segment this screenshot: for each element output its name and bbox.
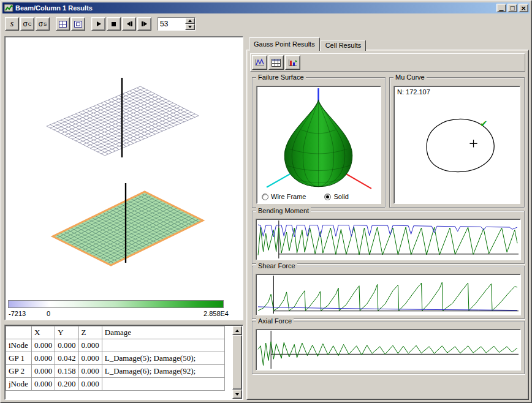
failure-surface-view[interactable]: Wire Frame Solid	[256, 86, 381, 204]
up-arrow-icon	[188, 20, 192, 22]
group-title: Mu Curve	[393, 73, 427, 81]
table-cell: jNode	[6, 378, 32, 391]
group-title: Shear Force	[256, 262, 297, 270]
grid-icon	[59, 21, 67, 28]
table-cell	[102, 339, 224, 352]
axial-force-group: Axial Force	[252, 321, 525, 374]
group-title: Axial Force	[256, 317, 294, 325]
main-toolbar: s σC σS	[5, 17, 196, 31]
group-title: Failure Surface	[256, 73, 306, 81]
table-cell: GP 2	[6, 365, 32, 378]
stop-button[interactable]	[107, 17, 121, 31]
bending-moment-chart	[256, 219, 521, 260]
table-cell: 0.000	[78, 352, 102, 365]
step-forward-button[interactable]	[137, 17, 151, 31]
mu-curve-plot	[394, 86, 520, 203]
app-window: Beam/Column 1 Results ▁ □ × s σC σS	[0, 0, 532, 403]
bar-chart-view-button[interactable]	[285, 55, 300, 70]
table-cell: 0.000	[32, 339, 55, 352]
grid-view-button[interactable]	[56, 17, 70, 31]
colorbar-zero-label: 0	[47, 310, 50, 317]
step-back-button[interactable]	[122, 17, 136, 31]
radio-icon	[262, 194, 268, 200]
wireframe-radio[interactable]: Wire Frame	[262, 193, 306, 200]
mu-curve-view: N: 172.107 ✔	[393, 86, 520, 204]
sigma-s-button[interactable]: σS	[36, 17, 50, 31]
sigma-s-sub: S	[44, 21, 47, 27]
gauss-point-results-pane: Failure Surface	[246, 50, 529, 400]
play-icon	[94, 20, 102, 28]
table-cell: 0.000	[32, 365, 55, 378]
scroll-down-button[interactable]	[232, 390, 242, 399]
titlebar[interactable]: Beam/Column 1 Results ▁ □ ×	[2, 2, 530, 13]
model-3d-view[interactable]	[6, 37, 243, 295]
spin-down-button[interactable]	[185, 24, 195, 30]
column-header: X	[32, 326, 55, 339]
step-input[interactable]	[158, 18, 185, 30]
column-header: Y	[55, 326, 78, 339]
fit-view-button[interactable]	[71, 17, 85, 31]
stop-icon	[110, 20, 118, 28]
table-view-button[interactable]	[268, 55, 284, 70]
group-title: Bending Moment	[256, 207, 311, 215]
colorbar-max-label: 2.858E4	[203, 310, 229, 317]
solid-label: Solid	[333, 193, 348, 200]
check-icon: ✔	[480, 118, 488, 129]
column-header: Z	[78, 326, 102, 339]
model-view-panel: -7213 0 2.858E4	[4, 36, 243, 320]
plus-marker	[469, 140, 477, 147]
table-cell: 0.158	[55, 365, 78, 378]
sigma-s-icon: σ	[39, 20, 43, 28]
bending-moment-group: Bending Moment	[252, 211, 525, 264]
tab-gauss-point-results[interactable]: Gauss Point Results	[249, 37, 320, 51]
table-cell	[102, 378, 224, 391]
results-table[interactable]: XYZDamageiNode0.0000.0000.000GP 10.0000.…	[6, 326, 225, 391]
table-cell: 0.000	[55, 339, 78, 352]
wireframe-label: Wire Frame	[271, 193, 306, 200]
column-header: Damage	[102, 326, 224, 339]
table-icon	[272, 59, 281, 67]
gauss-point-table-panel: XYZDamageiNode0.0000.0000.000GP 10.0000.…	[4, 325, 243, 400]
solid-radio[interactable]: Solid	[324, 193, 348, 200]
table-row: iNode0.0000.0000.000	[6, 339, 225, 352]
step-forward-icon	[140, 20, 149, 28]
table-row: GP 20.0000.1580.000L_Damage(6); Damage(9…	[6, 365, 225, 378]
table-cell: 0.000	[78, 339, 102, 352]
table-cell: 0.042	[55, 352, 78, 365]
bar-chart-icon	[288, 59, 297, 67]
results-toolbar	[250, 53, 525, 72]
radio-selected-icon	[324, 194, 331, 200]
table-cell: 0.000	[32, 352, 55, 365]
shear-force-chart	[256, 274, 521, 315]
step-back-icon	[125, 20, 134, 28]
sigma-c-icon: σ	[23, 20, 27, 28]
app-icon	[4, 4, 13, 12]
damage-colorbar	[8, 300, 224, 308]
up-arrow-icon	[235, 330, 239, 332]
spin-up-button[interactable]	[185, 18, 195, 24]
strain-button[interactable]: s	[5, 17, 19, 31]
step-spinbox	[158, 17, 196, 31]
table-header-row: XYZDamage	[6, 326, 225, 339]
play-button[interactable]	[91, 17, 105, 31]
close-button[interactable]: ×	[519, 4, 528, 12]
curve-view-button[interactable]	[252, 55, 267, 70]
curve-icon	[255, 58, 265, 67]
scroll-up-button[interactable]	[232, 326, 242, 335]
shear-force-group: Shear Force	[252, 266, 525, 319]
strain-icon: s	[10, 19, 13, 29]
table-scrollbar[interactable]	[232, 326, 242, 399]
table-cell: GP 1	[6, 352, 32, 365]
render-mode-options: Wire Frame Solid	[262, 192, 378, 202]
minimize-button[interactable]: ▁	[496, 4, 506, 12]
results-tabs: Gauss Point Results Cell Results	[249, 37, 367, 51]
sigma-c-button[interactable]: σC	[20, 17, 34, 31]
maximize-button[interactable]: □	[507, 4, 517, 12]
down-arrow-icon	[188, 26, 192, 28]
table-row: jNode0.0000.2000.000	[6, 378, 225, 391]
tab-cell-results[interactable]: Cell Results	[321, 40, 367, 51]
sigma-c-sub: C	[28, 21, 32, 27]
frame-icon	[74, 21, 82, 28]
failure-surface-3d	[257, 86, 381, 191]
scrollbar-thumb[interactable]	[232, 335, 242, 390]
